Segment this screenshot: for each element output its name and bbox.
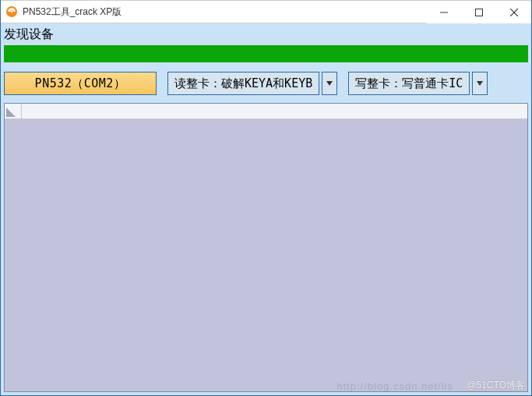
svg-marker-7: [477, 81, 483, 86]
grid-select-all-corner[interactable]: [5, 104, 22, 118]
write-card-button[interactable]: 写整卡：写普通卡IC: [348, 72, 470, 95]
toolbar: PN532（COM2） 读整卡：破解KEYA和KEYB 写整卡：写普通卡IC: [1, 67, 531, 103]
svg-point-1: [11, 11, 12, 12]
read-card-button[interactable]: 读整卡：破解KEYA和KEYB: [167, 72, 319, 95]
write-card-label: 写整卡：写普通卡IC: [355, 76, 463, 91]
svg-rect-3: [475, 9, 482, 16]
read-card-dropdown[interactable]: [322, 72, 337, 95]
maximize-button[interactable]: [461, 1, 496, 23]
chevron-down-icon: [477, 81, 483, 86]
device-button[interactable]: PN532（COM2）: [4, 72, 157, 95]
app-icon: [5, 5, 18, 18]
svg-marker-6: [326, 81, 333, 86]
svg-marker-8: [6, 108, 16, 117]
write-card-dropdown[interactable]: [472, 72, 488, 95]
data-grid[interactable]: [4, 103, 528, 392]
grid-body: [5, 119, 527, 391]
read-card-label: 读整卡：破解KEYA和KEYB: [174, 76, 312, 91]
read-card-splitbutton: 读整卡：破解KEYA和KEYB: [167, 72, 337, 95]
app-window: PN532工具_crack XP版 发现设备 PN532（COM2）: [0, 0, 532, 396]
minimize-button[interactable]: [426, 1, 461, 23]
titlebar: PN532工具_crack XP版: [1, 0, 531, 23]
triangle-icon: [6, 108, 16, 117]
grid-header: [5, 104, 527, 119]
close-button[interactable]: [496, 1, 531, 23]
write-card-splitbutton: 写整卡：写普通卡IC: [348, 72, 488, 95]
chevron-down-icon: [326, 81, 333, 86]
progress-wrap: [1, 42, 531, 67]
status-label: 发现设备: [1, 23, 531, 42]
device-button-label: PN532（COM2）: [35, 76, 126, 91]
progress-bar: [4, 45, 528, 62]
window-controls: [426, 1, 531, 23]
window-title: PN532工具_crack XP版: [23, 5, 426, 19]
